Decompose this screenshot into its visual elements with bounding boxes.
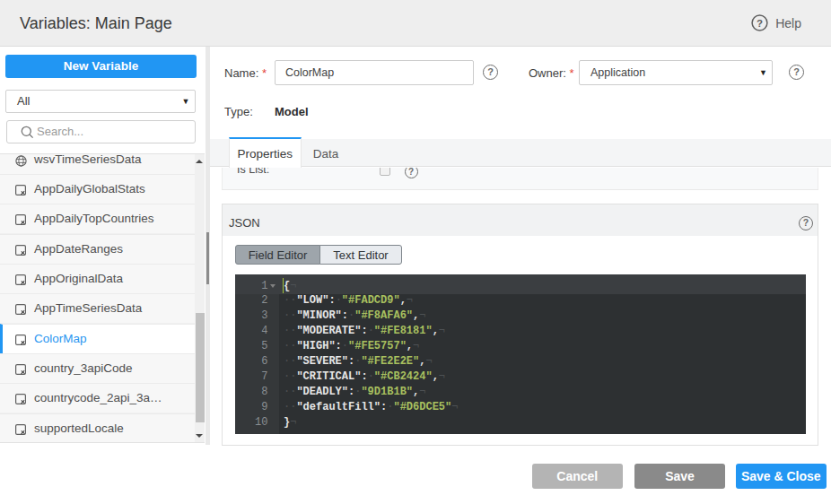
svg-text:?: ? — [757, 18, 763, 29]
